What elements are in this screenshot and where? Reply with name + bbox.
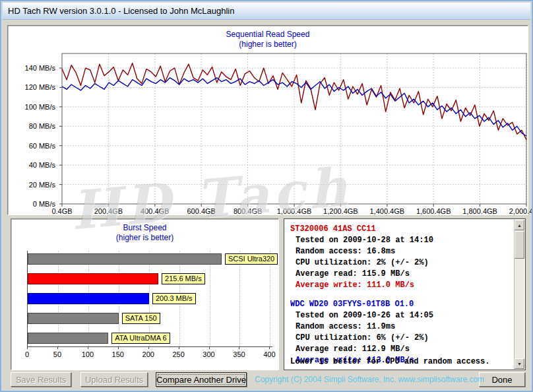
burst-axis-label: 400 [259, 350, 279, 358]
sequential-read-panel: Sequential Read Speed (higher is better)… [7, 25, 528, 215]
copyright-text: Copyright (C) 2004 Simpli Software, Inc.… [255, 375, 474, 384]
compare-another-drive-button[interactable]: Compare Another Drive [156, 372, 247, 387]
sequential-chart-subtitle: (higher is better) [8, 40, 528, 49]
y-axis-label: 20 MB/s [29, 181, 55, 189]
done-button[interactable]: Done [479, 372, 525, 387]
x-axis-label: 1,000.4GB [268, 207, 321, 215]
y-axis-label: 140 MB/s [25, 64, 55, 72]
drive-detail-line: CPU utilization: 6% (+/- 2%) [290, 333, 511, 344]
drive-result-block: ST320006 41AS CC11Tested on 2009-10-28 a… [290, 224, 511, 291]
seq-x-labels: 0.4GB200.4GB400.4GB600.4GB800.4GB1,000.4… [62, 207, 526, 216]
gridline [270, 251, 270, 346]
x-axis-label: 0.4GB [36, 207, 88, 215]
drive-detail-line: Average read: 115.9 MB/s [290, 269, 511, 280]
burst-bar-label: 215.6 MB/s [162, 273, 205, 284]
axis-tick [239, 347, 239, 349]
drive-detail-line: Average read: 112.9 MB/s [290, 344, 511, 355]
axis-tick [179, 347, 179, 349]
burst-bar [28, 253, 222, 265]
drive-detail-line: Random access: 11.9ms [290, 321, 511, 333]
save-results-button[interactable]: Save Results [11, 372, 71, 387]
x-axis-label: 400.4GB [129, 207, 181, 215]
y-axis-label: 100 MB/s [25, 103, 55, 111]
x-axis-label: 1,400.4GB [361, 207, 414, 215]
scrollbar-up-icon[interactable]: ▲ [515, 220, 524, 230]
burst-chart-plot: SCSI Ultra320215.6 MB/s200.3 MB/sSATA 15… [27, 251, 272, 347]
drive-detail-line: Random access: 16.8ms [290, 246, 511, 257]
sequential-chart-svg [62, 53, 526, 204]
x-axis-label: 2,000.4GB [500, 207, 533, 215]
drive-write-line: Average write: 111.0 MB/s [290, 280, 511, 291]
burst-bar [28, 273, 158, 284]
sequential-chart-plot [62, 53, 526, 204]
title-bar[interactable]: HD Tach RW version 3.0.1.0 - Licensed to… [3, 3, 530, 20]
drive-name: ST320006 41AS CC11 [290, 224, 511, 235]
burst-bar-label: ATA UltraDMA 6 [111, 333, 170, 344]
burst-bar-label: SATA 150 [122, 313, 160, 324]
x-axis-label: 200.4GB [82, 207, 135, 215]
drive-detail-line: Tested on 2009-10-26 at 14:05 [290, 310, 511, 321]
window-title: HD Tach RW version 3.0.1.0 - Licensed to… [8, 6, 234, 16]
burst-axis-label: 300 [199, 350, 219, 358]
burst-axis-label: 0 [17, 350, 37, 358]
burst-axis-label: 150 [108, 350, 128, 358]
x-axis-label: 800.4GB [222, 207, 274, 215]
burst-bar [28, 333, 108, 344]
burst-bar-label: 200.3 MB/s [152, 293, 196, 304]
axis-tick [269, 347, 270, 349]
burst-chart-subtitle: (higher is better) [11, 233, 278, 242]
burst-axis-label: 250 [169, 350, 189, 358]
drive-detail-line: CPU utilization: 2% (+/- 2%) [290, 257, 511, 269]
burst-axis-label: 100 [78, 350, 98, 358]
x-axis-label: 1,800.4GB [454, 207, 507, 215]
burst-bar-label: SCSI Ultra320 [225, 253, 278, 265]
results-footnote: Lower is better for CPU and random acces… [290, 357, 489, 366]
results-scrollbar[interactable]: ▲ ▼ [514, 220, 524, 369]
drive-name: WDC WD20 03FYYS-01T8B O1.0 [290, 299, 511, 310]
burst-bar [28, 293, 149, 304]
x-axis-label: 1,600.4GB [407, 207, 460, 215]
burst-axis-label: 350 [229, 350, 249, 358]
app-window: HD Tach RW version 3.0.1.0 - Licensed to… [0, 0, 533, 392]
axis-tick [27, 347, 28, 349]
drive-detail-line: Tested on 2009-10-28 at 14:10 [290, 235, 511, 246]
y-axis-label: 60 MB/s [29, 142, 55, 150]
results-panel: ST320006 41AS CC11Tested on 2009-10-28 a… [284, 218, 526, 370]
axis-tick [209, 347, 210, 349]
burst-x-labels: 050100150200250300350400 [27, 350, 272, 359]
burst-bar [28, 313, 119, 324]
seq-y-labels: 0 MB/s20 MB/s40 MB/s60 MB/s80 MB/s100 MB… [8, 53, 58, 204]
burst-axis-label: 50 [47, 350, 67, 358]
scrollbar-down-icon[interactable]: ▼ [515, 358, 524, 369]
axis-tick [88, 347, 88, 349]
y-axis-label: 40 MB/s [29, 161, 55, 169]
axis-tick [57, 347, 58, 349]
x-axis-label: 600.4GB [175, 207, 228, 215]
gridline [210, 251, 210, 346]
scrollbar-thumb[interactable] [515, 231, 524, 259]
burst-chart-title: Burst Speed [11, 223, 278, 232]
drive-result-block: WDC WD20 03FYYS-01T8B O1.0Tested on 2009… [290, 299, 511, 366]
burst-axis-label: 200 [139, 350, 158, 358]
upload-results-button[interactable]: Upload Results [80, 372, 148, 387]
sequential-chart-title: Sequential Read Speed [8, 30, 528, 39]
axis-tick [148, 347, 149, 349]
x-axis-label: 1,200.4GB [314, 207, 367, 215]
burst-speed-panel: Burst Speed (higher is better) SCSI Ultr… [11, 218, 279, 370]
results-content: ST320006 41AS CC11Tested on 2009-10-28 a… [290, 224, 511, 366]
y-axis-label: 80 MB/s [29, 122, 55, 130]
y-axis-label: 120 MB/s [25, 83, 55, 91]
gridline [239, 251, 240, 346]
axis-tick [118, 347, 119, 349]
